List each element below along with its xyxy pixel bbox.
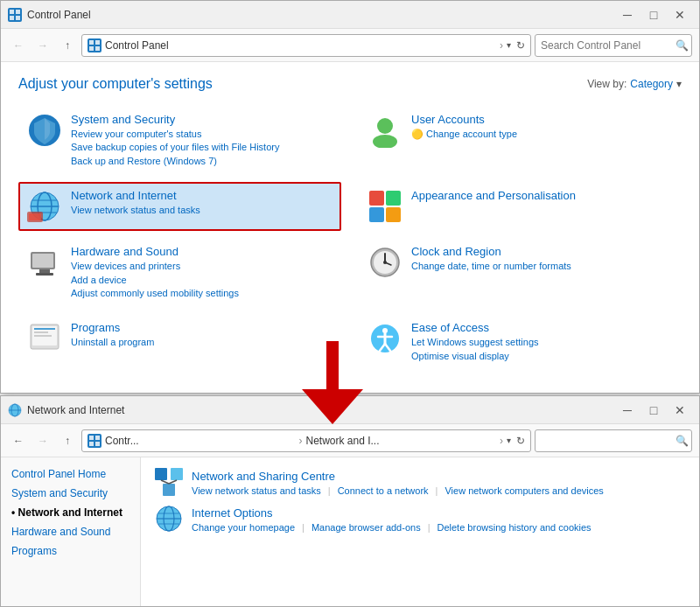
- network-internet-title[interactable]: Network and Internet: [71, 189, 200, 202]
- user-change-link[interactable]: 🟡 Change account type: [411, 128, 517, 141]
- hardware-sound-title[interactable]: Hardware and Sound: [71, 245, 239, 258]
- category-ease-access[interactable]: Ease of Access Let Windows suggest setti…: [359, 314, 682, 370]
- ease-suggest-link[interactable]: Let Windows suggest settings: [411, 336, 539, 349]
- svg-rect-1: [10, 10, 14, 14]
- svg-rect-53: [95, 442, 100, 446]
- address-bar[interactable]: Control Panel › ▾ ↻: [81, 34, 531, 57]
- hardware-sound-info: Hardware and Sound View devices and prin…: [71, 245, 239, 300]
- hw-devices-link[interactable]: View devices and printers: [71, 260, 239, 273]
- search-input-2[interactable]: [541, 435, 672, 447]
- ease-visual-link[interactable]: Optimise visual display: [411, 350, 539, 363]
- network-sharing-info: Network and Sharing Centre View network …: [192, 468, 604, 496]
- svg-rect-52: [89, 442, 94, 446]
- sidebar-item-control-panel-home[interactable]: Control Panel Home: [1, 464, 140, 484]
- svg-line-58: [169, 480, 177, 484]
- address-dropdown[interactable]: ▾: [507, 40, 511, 50]
- search-bar-2[interactable]: 🔍: [535, 429, 692, 452]
- category-user-accounts[interactable]: User Accounts 🟡 Change account type: [359, 106, 682, 175]
- network-sharing-links: View network status and tasks | Connect …: [192, 485, 604, 496]
- ease-access-title[interactable]: Ease of Access: [411, 321, 539, 334]
- category-clock-region[interactable]: Clock and Region Change date, time or nu…: [359, 238, 682, 307]
- network-sharing-icon: [155, 468, 183, 496]
- change-homepage-link[interactable]: Change your homepage: [192, 522, 295, 533]
- category-system-security[interactable]: System and Security Review your computer…: [18, 106, 341, 175]
- user-accounts-title[interactable]: User Accounts: [411, 113, 517, 126]
- arrow-indicator: [298, 341, 368, 432]
- up-button-2[interactable]: ↑: [57, 430, 78, 451]
- address-net-text: Network and I...: [306, 435, 497, 447]
- connect-network-link[interactable]: Connect to a network: [338, 485, 429, 496]
- hw-mobility-link[interactable]: Adjust commonly used mobility settings: [71, 287, 239, 300]
- svg-rect-25: [32, 254, 53, 268]
- search-input[interactable]: [541, 39, 672, 52]
- internet-options-title[interactable]: Internet Options: [192, 506, 273, 520]
- window-title: Control Panel: [27, 9, 615, 21]
- system-backup-link[interactable]: Save backup copies of your files with Fi…: [71, 141, 279, 154]
- view-network-status-link[interactable]: View network status and tasks: [192, 485, 321, 496]
- sidebar-item-programs[interactable]: Programs: [1, 541, 140, 561]
- back-button-2[interactable]: ←: [8, 430, 29, 451]
- address-sep-3: ›: [500, 435, 503, 447]
- system-security-title[interactable]: System and Security: [71, 113, 279, 126]
- programs-uninstall-link[interactable]: Uninstall a program: [71, 336, 154, 349]
- svg-rect-27: [36, 273, 53, 276]
- close-button[interactable]: ✕: [668, 5, 692, 24]
- category-hardware-sound[interactable]: Hardware and Sound View devices and prin…: [18, 238, 341, 307]
- address-sep-2: ›: [299, 435, 303, 447]
- search-bar[interactable]: 🔍: [535, 34, 692, 57]
- category-programs[interactable]: Programs Uninstall a program: [18, 314, 341, 370]
- category-appearance[interactable]: Appearance and Personalisation: [359, 182, 682, 231]
- clock-date-link[interactable]: Change date, time or number formats: [411, 260, 571, 273]
- svg-rect-8: [89, 46, 94, 51]
- appearance-title[interactable]: Appearance and Personalisation: [411, 189, 576, 202]
- system-review-link[interactable]: Review your computer's status: [71, 128, 279, 141]
- up-button[interactable]: ↑: [57, 35, 78, 56]
- sidebar-item-network-internet[interactable]: Network and Internet: [1, 503, 140, 522]
- panel-internet-options: Internet Options Change your homepage | …: [155, 505, 685, 533]
- system-security-info: System and Security Review your computer…: [71, 113, 279, 168]
- address-dropdown-2[interactable]: ▾: [507, 436, 511, 445]
- minimize-button[interactable]: ─: [615, 5, 640, 24]
- svg-point-11: [377, 118, 393, 134]
- view-by-value[interactable]: Category: [630, 78, 673, 90]
- control-panel-window: Control Panel ─ □ ✕ ← → ↑ Control Panel …: [0, 0, 700, 394]
- view-by: View by: Category ▾: [587, 78, 682, 90]
- network-internet-info: Network and Internet View network status…: [71, 189, 200, 217]
- link-sep-3: |: [302, 522, 304, 533]
- view-computers-link[interactable]: View network computers and devices: [444, 485, 603, 496]
- hw-add-link[interactable]: Add a device: [71, 274, 239, 287]
- sidebar-item-hardware-sound[interactable]: Hardware and Sound: [1, 522, 140, 541]
- manage-addons-link[interactable]: Manage browser add-ons: [312, 522, 421, 533]
- svg-point-12: [373, 135, 397, 148]
- svg-rect-9: [95, 46, 100, 51]
- network-status-link[interactable]: View network status and tasks: [71, 204, 200, 217]
- forward-button-2[interactable]: →: [32, 430, 53, 451]
- refresh-button[interactable]: ↻: [516, 39, 525, 52]
- appearance-icon: [368, 189, 402, 224]
- section-title: Adjust your computer's settings: [18, 76, 213, 92]
- svg-rect-55: [171, 468, 183, 480]
- forward-button[interactable]: →: [32, 35, 53, 56]
- maximize-button-2[interactable]: □: [641, 401, 666, 420]
- refresh-button-2[interactable]: ↻: [516, 435, 525, 447]
- svg-rect-21: [386, 191, 401, 206]
- clock-region-icon: [368, 245, 402, 280]
- address-bar-2[interactable]: Contr... › Network and I... › ▾ ↻: [81, 429, 531, 452]
- maximize-button[interactable]: □: [641, 5, 666, 24]
- back-button[interactable]: ←: [8, 35, 29, 56]
- svg-rect-37: [34, 335, 52, 337]
- hardware-sound-icon: [27, 245, 62, 280]
- sidebar-item-system-security[interactable]: System and Security: [1, 484, 140, 503]
- clock-region-title[interactable]: Clock and Region: [411, 245, 571, 258]
- category-network-internet[interactable]: Network and Internet View network status…: [18, 182, 341, 231]
- minimize-button-2[interactable]: ─: [615, 401, 640, 420]
- programs-title[interactable]: Programs: [71, 321, 154, 334]
- svg-rect-2: [16, 10, 20, 14]
- svg-rect-3: [10, 16, 14, 20]
- close-button-2[interactable]: ✕: [668, 401, 692, 420]
- system-restore-link[interactable]: Back up and Restore (Windows 7): [71, 155, 279, 168]
- delete-history-link[interactable]: Delete browsing history and cookies: [438, 522, 592, 533]
- address-icon-2: [88, 434, 102, 448]
- link-sep-1: |: [328, 485, 331, 496]
- network-sharing-title[interactable]: Network and Sharing Centre: [192, 470, 335, 483]
